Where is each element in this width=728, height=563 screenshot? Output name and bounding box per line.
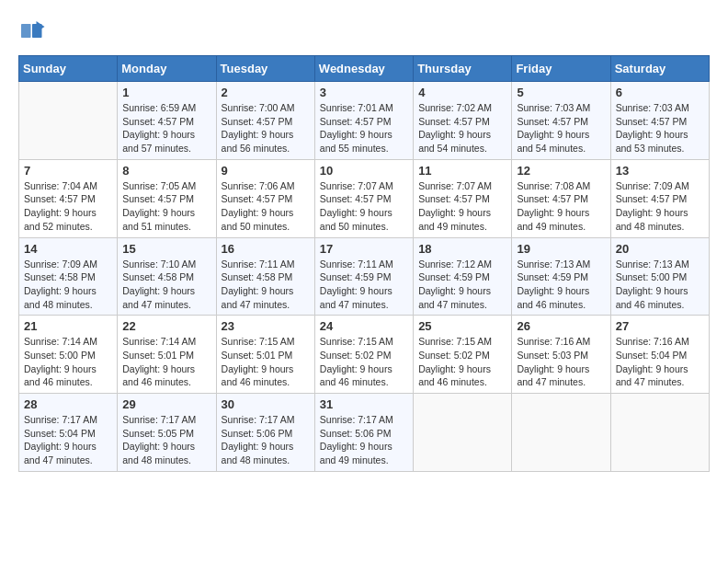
- day-info: Sunrise: 7:12 AMSunset: 4:59 PMDaylight:…: [418, 258, 506, 312]
- calendar-cell: [610, 394, 709, 472]
- calendar-cell: 5Sunrise: 7:03 AMSunset: 4:57 PMDaylight…: [512, 82, 610, 160]
- calendar-cell: 26Sunrise: 7:16 AMSunset: 5:03 PMDayligh…: [512, 316, 610, 394]
- day-number: 16: [222, 242, 310, 256]
- weekday-header-tuesday: Tuesday: [216, 56, 314, 82]
- day-number: 20: [616, 242, 704, 256]
- weekday-header-wednesday: Wednesday: [314, 56, 413, 82]
- calendar-cell: [414, 394, 512, 472]
- day-number: 10: [320, 164, 408, 178]
- calendar-cell: 2Sunrise: 7:00 AMSunset: 4:57 PMDaylight…: [216, 82, 314, 160]
- day-number: 31: [320, 397, 408, 411]
- weekday-header-row: SundayMondayTuesdayWednesdayThursdayFrid…: [19, 56, 710, 82]
- day-info: Sunrise: 7:08 AMSunset: 4:57 PMDaylight:…: [517, 179, 605, 234]
- day-number: 23: [222, 319, 310, 333]
- calendar-cell: 23Sunrise: 7:15 AMSunset: 5:01 PMDayligh…: [216, 316, 314, 394]
- day-info: Sunrise: 7:13 AMSunset: 5:00 PMDaylight:…: [616, 258, 704, 312]
- calendar-cell: 14Sunrise: 7:09 AMSunset: 4:58 PMDayligh…: [19, 237, 118, 316]
- logo: [18, 18, 50, 46]
- calendar-week-row: 28Sunrise: 7:17 AMSunset: 5:04 PMDayligh…: [19, 394, 710, 472]
- calendar-cell: 1Sunrise: 6:59 AMSunset: 4:57 PMDaylight…: [118, 82, 216, 160]
- calendar-cell: 9Sunrise: 7:06 AMSunset: 4:57 PMDaylight…: [216, 159, 314, 237]
- day-info: Sunrise: 7:11 AMSunset: 4:58 PMDaylight:…: [222, 258, 310, 312]
- calendar-cell: 17Sunrise: 7:11 AMSunset: 4:59 PMDayligh…: [314, 237, 413, 316]
- calendar-cell: 31Sunrise: 7:17 AMSunset: 5:06 PMDayligh…: [314, 394, 413, 472]
- calendar-cell: 4Sunrise: 7:02 AMSunset: 4:57 PMDaylight…: [414, 82, 512, 160]
- day-number: 7: [24, 164, 112, 178]
- day-info: Sunrise: 7:09 AMSunset: 4:57 PMDaylight:…: [616, 179, 704, 234]
- day-number: 22: [122, 319, 210, 333]
- day-number: 17: [320, 242, 408, 256]
- day-number: 1: [122, 86, 210, 99]
- day-info: Sunrise: 7:13 AMSunset: 4:59 PMDaylight:…: [517, 258, 605, 312]
- day-number: 30: [222, 397, 310, 411]
- day-number: 9: [222, 164, 310, 178]
- day-info: Sunrise: 7:14 AMSunset: 5:01 PMDaylight:…: [122, 335, 210, 389]
- calendar-cell: 30Sunrise: 7:17 AMSunset: 5:06 PMDayligh…: [216, 394, 314, 472]
- calendar-cell: 7Sunrise: 7:04 AMSunset: 4:57 PMDaylight…: [19, 159, 118, 237]
- day-info: Sunrise: 7:04 AMSunset: 4:57 PMDaylight:…: [24, 179, 112, 234]
- day-info: Sunrise: 7:06 AMSunset: 4:57 PMDaylight:…: [222, 179, 310, 234]
- day-info: Sunrise: 7:01 AMSunset: 4:57 PMDaylight:…: [320, 101, 408, 155]
- weekday-header-friday: Friday: [512, 56, 610, 82]
- calendar-cell: 6Sunrise: 7:03 AMSunset: 4:57 PMDaylight…: [610, 82, 709, 160]
- calendar-cell: 11Sunrise: 7:07 AMSunset: 4:57 PMDayligh…: [414, 159, 512, 237]
- calendar-cell: 28Sunrise: 7:17 AMSunset: 5:04 PMDayligh…: [19, 394, 118, 472]
- day-info: Sunrise: 7:07 AMSunset: 4:57 PMDaylight:…: [418, 179, 506, 234]
- day-info: Sunrise: 7:09 AMSunset: 4:58 PMDaylight:…: [24, 258, 112, 312]
- weekday-header-saturday: Saturday: [610, 56, 709, 82]
- day-number: 5: [517, 86, 605, 99]
- calendar-cell: 29Sunrise: 7:17 AMSunset: 5:05 PMDayligh…: [118, 394, 216, 472]
- day-info: Sunrise: 7:14 AMSunset: 5:00 PMDaylight:…: [24, 335, 112, 389]
- day-info: Sunrise: 7:07 AMSunset: 4:57 PMDaylight:…: [320, 179, 408, 234]
- day-info: Sunrise: 7:17 AMSunset: 5:06 PMDaylight:…: [320, 413, 408, 467]
- calendar-cell: 3Sunrise: 7:01 AMSunset: 4:57 PMDaylight…: [314, 82, 413, 160]
- calendar-cell: 19Sunrise: 7:13 AMSunset: 4:59 PMDayligh…: [512, 237, 610, 316]
- day-info: Sunrise: 7:16 AMSunset: 5:04 PMDaylight:…: [616, 335, 704, 389]
- calendar-cell: 10Sunrise: 7:07 AMSunset: 4:57 PMDayligh…: [314, 159, 413, 237]
- calendar-cell: [512, 394, 610, 472]
- calendar-cell: 21Sunrise: 7:14 AMSunset: 5:00 PMDayligh…: [19, 316, 118, 394]
- calendar-cell: 15Sunrise: 7:10 AMSunset: 4:58 PMDayligh…: [118, 237, 216, 316]
- day-number: 2: [222, 86, 310, 99]
- calendar-cell: 27Sunrise: 7:16 AMSunset: 5:04 PMDayligh…: [610, 316, 709, 394]
- day-number: 28: [24, 397, 112, 411]
- logo-icon: [18, 18, 46, 46]
- calendar-cell: 25Sunrise: 7:15 AMSunset: 5:02 PMDayligh…: [414, 316, 512, 394]
- calendar-cell: 8Sunrise: 7:05 AMSunset: 4:57 PMDaylight…: [118, 159, 216, 237]
- calendar-week-row: 14Sunrise: 7:09 AMSunset: 4:58 PMDayligh…: [19, 237, 710, 316]
- day-number: 25: [418, 319, 506, 333]
- day-number: 12: [517, 164, 605, 178]
- calendar-table: SundayMondayTuesdayWednesdayThursdayFrid…: [18, 55, 710, 472]
- day-info: Sunrise: 7:10 AMSunset: 4:58 PMDaylight:…: [122, 258, 210, 312]
- calendar-cell: 24Sunrise: 7:15 AMSunset: 5:02 PMDayligh…: [314, 316, 413, 394]
- day-number: 19: [517, 242, 605, 256]
- day-number: 15: [122, 242, 210, 256]
- calendar-week-row: 1Sunrise: 6:59 AMSunset: 4:57 PMDaylight…: [19, 82, 710, 160]
- day-info: Sunrise: 7:03 AMSunset: 4:57 PMDaylight:…: [616, 101, 704, 155]
- day-info: Sunrise: 7:00 AMSunset: 4:57 PMDaylight:…: [222, 101, 310, 155]
- day-info: Sunrise: 7:17 AMSunset: 5:04 PMDaylight:…: [24, 413, 112, 467]
- weekday-header-sunday: Sunday: [19, 56, 118, 82]
- calendar-cell: 16Sunrise: 7:11 AMSunset: 4:58 PMDayligh…: [216, 237, 314, 316]
- day-info: Sunrise: 7:15 AMSunset: 5:02 PMDaylight:…: [320, 335, 408, 389]
- calendar-week-row: 7Sunrise: 7:04 AMSunset: 4:57 PMDaylight…: [19, 159, 710, 237]
- calendar-cell: [19, 82, 118, 160]
- day-number: 14: [24, 242, 112, 256]
- day-number: 11: [418, 164, 506, 178]
- weekday-header-thursday: Thursday: [414, 56, 512, 82]
- day-number: 29: [122, 397, 210, 411]
- day-info: Sunrise: 7:16 AMSunset: 5:03 PMDaylight:…: [517, 335, 605, 389]
- day-number: 13: [616, 164, 704, 178]
- day-number: 18: [418, 242, 506, 256]
- day-info: Sunrise: 7:17 AMSunset: 5:06 PMDaylight:…: [222, 413, 310, 467]
- day-info: Sunrise: 7:02 AMSunset: 4:57 PMDaylight:…: [418, 101, 506, 155]
- calendar-cell: 12Sunrise: 7:08 AMSunset: 4:57 PMDayligh…: [512, 159, 610, 237]
- calendar-cell: 20Sunrise: 7:13 AMSunset: 5:00 PMDayligh…: [610, 237, 709, 316]
- day-info: Sunrise: 7:11 AMSunset: 4:59 PMDaylight:…: [320, 258, 408, 312]
- day-info: Sunrise: 6:59 AMSunset: 4:57 PMDaylight:…: [122, 101, 210, 155]
- calendar-week-row: 21Sunrise: 7:14 AMSunset: 5:00 PMDayligh…: [19, 316, 710, 394]
- svg-rect-1: [21, 24, 31, 38]
- day-number: 24: [320, 319, 408, 333]
- calendar-cell: 13Sunrise: 7:09 AMSunset: 4:57 PMDayligh…: [610, 159, 709, 237]
- page-header: [18, 18, 710, 46]
